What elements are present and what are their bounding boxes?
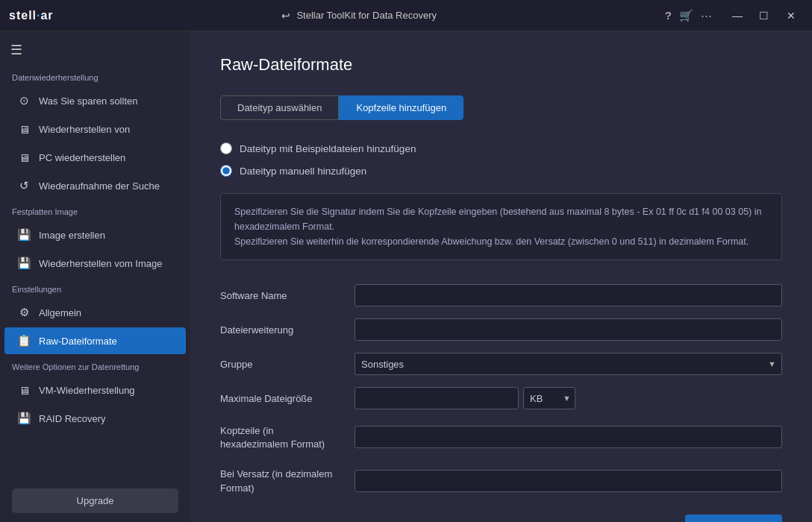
app-title: Stellar ToolKit for Data Recovery xyxy=(296,10,437,21)
titlebar: stell·ar ↩ Stellar ToolKit for Data Reco… xyxy=(0,0,812,31)
sidebar-item-save[interactable]: ⊙ Was Sie sparen sollten xyxy=(4,87,186,114)
radio-example-files[interactable]: Dateityp mit Beispieldateien hinzufügen xyxy=(220,142,782,154)
radio-example-files-label: Dateityp mit Beispieldateien hinzufügen xyxy=(240,143,416,154)
app-body: ☰ Datenwiederherstellung ⊙ Was Sie spare… xyxy=(0,31,812,522)
close-button[interactable]: ✕ xyxy=(779,5,803,26)
select-group[interactable]: Sonstiges Audio Video Dokument Bild xyxy=(355,353,782,375)
grid-icon[interactable]: ⋯ xyxy=(701,9,712,22)
raid-recovery-icon: 💾 xyxy=(16,411,31,426)
create-image-icon: 💾 xyxy=(16,227,31,242)
sidebar-item-restore-from[interactable]: 🖥 Wiederherstellen von xyxy=(4,116,186,142)
label-offset-decimal: Bei Versatz (in dezimalemFormat) xyxy=(220,459,355,502)
section-label-settings: Einstellungen xyxy=(0,277,190,298)
upgrade-section: Upgrade xyxy=(12,488,178,513)
select-group-wrapper: Sonstiges Audio Video Dokument Bild ▼ xyxy=(355,353,782,375)
hamburger-icon[interactable]: ☰ xyxy=(10,43,22,57)
field-file-extension xyxy=(355,312,782,347)
vm-restore-icon: 🖥 xyxy=(16,383,31,397)
input-software-name[interactable] xyxy=(355,284,782,306)
sidebar: ☰ Datenwiederherstellung ⊙ Was Sie spare… xyxy=(0,31,190,522)
label-software-name: Software Name xyxy=(220,278,355,312)
minimize-button[interactable]: — xyxy=(725,5,749,26)
field-offset-decimal xyxy=(355,459,782,502)
filesize-field: KB MB GB ▼ xyxy=(355,387,575,409)
field-software-name xyxy=(355,278,782,312)
sidebar-item-raid-recovery[interactable]: 💾 RAID Recovery xyxy=(4,405,186,432)
titlebar-icons: ? 🛒 ⋯ xyxy=(665,9,712,22)
sidebar-item-raid-recovery-label: RAID Recovery xyxy=(39,413,106,424)
resume-search-icon: ↺ xyxy=(16,178,31,193)
sidebar-header: ☰ xyxy=(0,37,190,66)
info-text: Spezifizieren Sie die Signatur indem Sie… xyxy=(234,207,761,247)
radio-group: Dateityp mit Beispieldateien hinzufügen … xyxy=(220,142,782,177)
titlebar-left: stell·ar xyxy=(9,9,54,22)
radio-manual-input[interactable] xyxy=(220,165,232,177)
sidebar-item-create-image-label: Image erstellen xyxy=(39,230,105,241)
pc-restore-icon: 🖥 xyxy=(16,150,31,165)
info-box: Spezifizieren Sie die Signatur indem Sie… xyxy=(220,193,782,260)
sidebar-item-general-label: Allgemein xyxy=(39,307,81,318)
help-icon[interactable]: ? xyxy=(665,9,672,22)
maximize-button[interactable]: ☐ xyxy=(752,5,776,26)
titlebar-right: ? 🛒 ⋯ — ☐ ✕ xyxy=(665,5,803,26)
sidebar-item-raw-formats-label: Raw-Dateiformate xyxy=(39,336,117,347)
sidebar-item-create-image[interactable]: 💾 Image erstellen xyxy=(4,221,186,248)
sidebar-item-vm-restore-label: VM-Wiederherstellung xyxy=(39,385,135,396)
add-button[interactable]: Hinzufügen xyxy=(685,515,782,522)
tab-add-header[interactable]: Kopfzeile hinzufügen xyxy=(339,95,463,120)
sidebar-item-pc-restore-label: PC wiederherstellen xyxy=(39,152,125,163)
select-unit[interactable]: KB MB GB xyxy=(523,387,575,409)
sidebar-item-resume-search[interactable]: ↺ Wiederaufnahme der Suche xyxy=(4,172,186,199)
app-logo: stell·ar xyxy=(9,9,54,22)
main-content: Raw-Dateiformate Dateityp auswählen Kopf… xyxy=(190,31,812,522)
add-btn-row: Hinzufügen xyxy=(220,515,782,522)
radio-manual-label: Dateityp manuell hinzufügen xyxy=(240,166,366,177)
save-icon: ⊙ xyxy=(16,93,31,108)
form-grid: Software Name Dateierweiterung Gruppe So… xyxy=(220,278,782,503)
input-offset-decimal[interactable] xyxy=(355,470,782,492)
sidebar-item-pc-restore[interactable]: 🖥 PC wiederherstellen xyxy=(4,144,186,171)
page-title: Raw-Dateiformate xyxy=(220,55,782,75)
section-label-other-options: Weitere Optionen zur Datenrettung xyxy=(0,355,190,376)
section-label-disk-image: Festplatten Image xyxy=(0,200,190,221)
upgrade-button[interactable]: Upgrade xyxy=(12,488,178,513)
restore-from-icon: 🖥 xyxy=(16,122,31,136)
sidebar-item-raw-formats[interactable]: 📋 Raw-Dateiformate xyxy=(4,327,186,354)
tab-select-filetype[interactable]: Dateityp auswählen xyxy=(220,95,339,120)
raw-formats-icon: 📋 xyxy=(16,333,31,348)
section-label-data-recovery: Datenwiederherstellung xyxy=(0,66,190,87)
label-group: Gruppe xyxy=(220,347,355,381)
field-group: Sonstiges Audio Video Dokument Bild ▼ xyxy=(355,347,782,381)
input-header-hex[interactable] xyxy=(355,426,782,448)
sidebar-item-restore-image[interactable]: 💾 Wiederherstellen vom Image xyxy=(4,250,186,277)
sidebar-item-general[interactable]: ⚙ Allgemein xyxy=(4,299,186,326)
cart-icon[interactable]: 🛒 xyxy=(679,9,693,22)
general-icon: ⚙ xyxy=(16,305,31,320)
tab-row: Dateityp auswählen Kopfzeile hinzufügen xyxy=(220,95,782,120)
sidebar-item-vm-restore[interactable]: 🖥 VM-Wiederherstellung xyxy=(4,377,186,403)
radio-manual[interactable]: Dateityp manuell hinzufügen xyxy=(220,165,782,177)
back-icon: ↩ xyxy=(281,10,290,22)
sidebar-item-restore-from-label: Wiederherstellen von xyxy=(39,124,130,135)
input-max-filesize[interactable] xyxy=(355,387,519,409)
sidebar-item-restore-image-label: Wiederherstellen vom Image xyxy=(39,258,162,269)
label-header-hex: Koptzeile (inhexadezimalem Format) xyxy=(220,415,355,459)
label-file-extension: Dateierweiterung xyxy=(220,312,355,347)
field-header-hex xyxy=(355,415,782,459)
label-max-filesize: Maximale Dateigröße xyxy=(220,381,355,415)
sidebar-item-resume-search-label: Wiederaufnahme der Suche xyxy=(39,180,160,192)
field-max-filesize: KB MB GB ▼ xyxy=(355,381,782,415)
restore-image-icon: 💾 xyxy=(16,256,31,271)
unit-select-wrap: KB MB GB ▼ xyxy=(523,387,575,409)
sidebar-item-save-label: Was Sie sparen sollten xyxy=(39,95,137,107)
titlebar-center: ↩ Stellar ToolKit for Data Recovery xyxy=(281,10,437,22)
radio-example-files-input[interactable] xyxy=(220,142,232,154)
input-file-extension[interactable] xyxy=(355,318,782,341)
